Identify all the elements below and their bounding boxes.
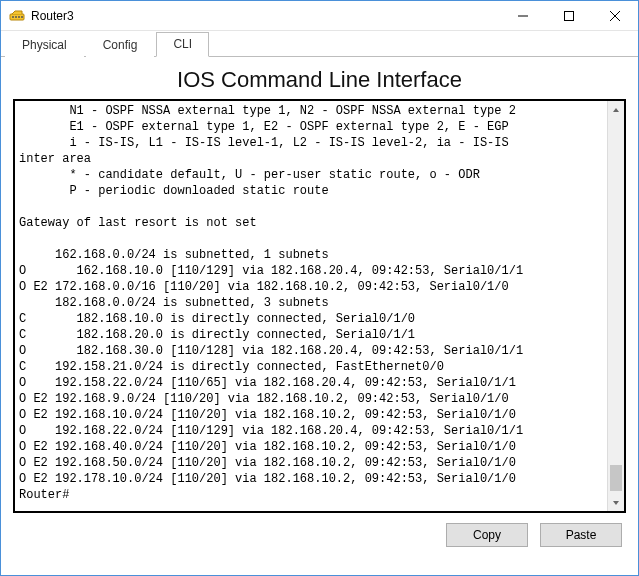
paste-button[interactable]: Paste [540, 523, 622, 547]
terminal-line: O 192.168.22.0/24 [110/129] via 182.168.… [19, 423, 607, 439]
tab-bar: Physical Config CLI [1, 31, 638, 57]
terminal-line: O 162.168.10.0 [110/129] via 182.168.20.… [19, 263, 607, 279]
svg-point-2 [15, 16, 17, 18]
tab-cli[interactable]: CLI [156, 32, 209, 57]
terminal-line: P - periodic downloaded static route [19, 183, 607, 199]
terminal-line: O 182.168.30.0 [110/128] via 182.168.20.… [19, 343, 607, 359]
svg-point-3 [18, 16, 20, 18]
terminal-line: O E2 192.168.10.0/24 [110/20] via 182.16… [19, 407, 607, 423]
terminal-container: N1 - OSPF NSSA external type 1, N2 - OSP… [13, 99, 626, 513]
terminal-line: O E2 192.168.50.0/24 [110/20] via 182.16… [19, 455, 607, 471]
tab-content: IOS Command Line Interface N1 - OSPF NSS… [1, 57, 638, 557]
terminal-line: E1 - OSPF external type 1, E2 - OSPF ext… [19, 119, 607, 135]
terminal-line: 182.168.0.0/24 is subnetted, 3 subnets [19, 295, 607, 311]
terminal-line: C 182.168.20.0 is directly connected, Se… [19, 327, 607, 343]
svg-rect-5 [565, 11, 574, 20]
terminal-output[interactable]: N1 - OSPF NSSA external type 1, N2 - OSP… [15, 101, 607, 511]
terminal-line [19, 199, 607, 215]
terminal-line [19, 231, 607, 247]
svg-point-4 [21, 16, 23, 18]
terminal-line: Gateway of last resort is not set [19, 215, 607, 231]
terminal-line: * - candidate default, U - per-user stat… [19, 167, 607, 183]
button-row: Copy Paste [13, 523, 626, 547]
terminal-line: 162.168.0.0/24 is subnetted, 1 subnets [19, 247, 607, 263]
scroll-up-arrow-icon[interactable] [608, 101, 624, 118]
terminal-line: O E2 192.178.10.0/24 [110/20] via 182.16… [19, 471, 607, 487]
titlebar: Router3 [1, 1, 638, 31]
copy-button[interactable]: Copy [446, 523, 528, 547]
window-title: Router3 [31, 9, 500, 23]
svg-point-1 [12, 16, 14, 18]
minimize-button[interactable] [500, 1, 546, 30]
cli-heading: IOS Command Line Interface [13, 67, 626, 93]
terminal-line: inter area [19, 151, 607, 167]
close-button[interactable] [592, 1, 638, 30]
terminal-scrollbar[interactable] [607, 101, 624, 511]
terminal-line: C 192.158.21.0/24 is directly connected,… [19, 359, 607, 375]
maximize-button[interactable] [546, 1, 592, 30]
window-controls [500, 1, 638, 30]
terminal-line: i - IS-IS, L1 - IS-IS level-1, L2 - IS-I… [19, 135, 607, 151]
scroll-down-arrow-icon[interactable] [608, 494, 624, 511]
terminal-line: C 182.168.10.0 is directly connected, Se… [19, 311, 607, 327]
terminal-line: O E2 192.168.9.0/24 [110/20] via 182.168… [19, 391, 607, 407]
app-icon [9, 8, 25, 24]
scrollbar-thumb[interactable] [610, 465, 622, 491]
terminal-line: O E2 172.168.0.0/16 [110/20] via 182.168… [19, 279, 607, 295]
terminal-line: O 192.158.22.0/24 [110/65] via 182.168.2… [19, 375, 607, 391]
terminal-line: O E2 192.168.40.0/24 [110/20] via 182.16… [19, 439, 607, 455]
tab-config[interactable]: Config [86, 33, 155, 57]
tab-physical[interactable]: Physical [5, 33, 84, 57]
terminal-line: Router# [19, 487, 607, 503]
terminal-line: N1 - OSPF NSSA external type 1, N2 - OSP… [19, 103, 607, 119]
